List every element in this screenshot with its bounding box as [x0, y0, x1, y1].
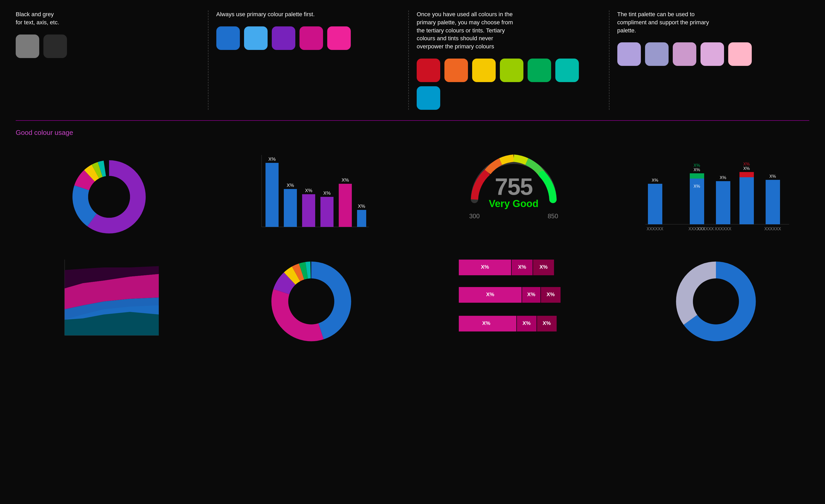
- svg-text:X%: X%: [743, 166, 750, 171]
- gauge-range: 300 850: [469, 213, 558, 220]
- stacked-bar-svg: X% X% X% X% X% X% X% X%: [456, 257, 571, 338]
- palette-group-tint-desc: The tint palette can be used to complime…: [617, 10, 717, 34]
- svg-text:X%: X%: [694, 168, 700, 172]
- svg-rect-37: [766, 180, 780, 224]
- svg-point-77: [693, 278, 739, 324]
- svg-text:X%: X%: [323, 190, 330, 196]
- svg-text:X%: X%: [269, 157, 276, 162]
- swatch-orange: [444, 59, 468, 82]
- palette-group-primary: Always use primary colour palette first.: [209, 10, 409, 110]
- svg-rect-17: [339, 184, 352, 227]
- svg-text:XXXXXX: XXXXXX: [647, 227, 663, 231]
- swatch-lavender: [617, 43, 641, 66]
- swatch-orchid: [673, 43, 696, 66]
- palette-group-tint: The tint palette can be used to complime…: [609, 10, 810, 110]
- main-page: Black and greyfor text, axis, etc. Alway…: [0, 0, 825, 504]
- swatch-purple: [272, 26, 295, 50]
- svg-text:X%: X%: [539, 264, 547, 270]
- palette-group-tertiary-desc: Once you have used all colours in the pr…: [417, 10, 516, 51]
- donut-wrap-1: [70, 158, 148, 236]
- bar-chart-wrap: X% X% X% X% X% X%: [251, 152, 371, 236]
- donut-chart-1: [16, 158, 203, 236]
- svg-text:X%: X%: [486, 291, 494, 297]
- svg-rect-15: [320, 197, 333, 227]
- swatch-magenta: [300, 26, 323, 50]
- charts-row-2: X% X% X% X% X% X% X% X%: [16, 257, 809, 346]
- gauge-label: Very Good: [489, 198, 539, 209]
- primary-swatches: [216, 26, 401, 50]
- gauge-min: 300: [469, 213, 480, 220]
- stacked-bar-chart: X% X% X% X% X% X% X% X%: [420, 257, 607, 338]
- palette-group-tertiary: Once you have used all colours in the pr…: [409, 10, 609, 110]
- svg-rect-9: [266, 163, 279, 227]
- svg-text:X%: X%: [694, 184, 700, 188]
- area-svg: [57, 257, 161, 341]
- gauge-chart: 755 Very Good 300 850: [420, 147, 607, 236]
- stacked-bar-wrap: X% X% X% X% X% X% X% X%: [456, 257, 571, 338]
- swatch-red: [417, 59, 440, 82]
- donut3-wrap: [671, 257, 760, 346]
- swatch-lightblue: [244, 26, 268, 50]
- svg-text:X%: X%: [694, 163, 700, 168]
- area-chart: [16, 257, 203, 341]
- swatch-dark: [44, 34, 67, 58]
- swatch-cyan: [417, 86, 440, 110]
- svg-text:X%: X%: [522, 320, 530, 326]
- swatch-green: [528, 59, 551, 82]
- swatch-teal: [555, 59, 579, 82]
- tertiary-swatches: [417, 59, 601, 110]
- swatch-pink: [728, 43, 752, 66]
- grouped-bar-wrap: X% XXXXXX X% X% XXXXXX X% XXXXXX X%: [640, 147, 792, 236]
- swatch-yellow: [472, 59, 496, 82]
- svg-rect-33: [740, 177, 754, 224]
- donut2-wrap: [267, 257, 356, 346]
- svg-text:X%: X%: [287, 183, 294, 188]
- svg-text:X%: X%: [527, 291, 535, 297]
- bar-svg: X% X% X% X% X% X%: [251, 152, 371, 236]
- svg-text:X%: X%: [652, 178, 658, 182]
- svg-rect-34: [740, 172, 754, 177]
- svg-rect-19: [357, 210, 366, 227]
- gauge-wrap: 755 Very Good 300 850: [464, 147, 564, 236]
- svg-text:X%: X%: [305, 188, 312, 193]
- area-chart-wrap: [57, 257, 161, 341]
- svg-point-55: [288, 278, 334, 324]
- palette-section: Black and greyfor text, axis, etc. Alway…: [16, 10, 809, 121]
- svg-text:XXXXXX: XXXXXX: [697, 227, 714, 231]
- svg-rect-13: [302, 194, 315, 227]
- svg-rect-22: [648, 184, 662, 224]
- grouped-bar-svg: X% XXXXXX X% X% XXXXXX X% XXXXXX X%: [640, 147, 792, 236]
- tint-swatches: [617, 43, 802, 66]
- svg-text:X%: X%: [542, 320, 550, 326]
- svg-point-6: [88, 176, 130, 218]
- good-colour-usage-label: Good colour usage: [16, 129, 809, 137]
- svg-text:X%: X%: [342, 177, 349, 183]
- svg-text:XXXXXX: XXXXXX: [764, 227, 781, 231]
- palette-group-grey-desc: Black and greyfor text, axis, etc.: [16, 10, 115, 27]
- swatch-lime: [500, 59, 523, 82]
- svg-text:X%: X%: [720, 175, 726, 180]
- grey-swatches: [16, 34, 200, 58]
- svg-text:X%: X%: [546, 291, 554, 297]
- svg-text:X%: X%: [358, 203, 365, 209]
- swatch-hotpink: [327, 26, 351, 50]
- svg-text:X%: X%: [769, 174, 776, 179]
- svg-rect-26: [690, 173, 704, 179]
- svg-rect-11: [284, 189, 297, 227]
- swatch-grey: [16, 34, 39, 58]
- swatch-blue: [216, 26, 240, 50]
- charts-row-1: X% X% X% X% X% X%: [16, 147, 809, 236]
- palette-group-grey: Black and greyfor text, axis, etc.: [16, 10, 209, 110]
- svg-text:X%: X%: [518, 264, 526, 270]
- bar-chart-1: X% X% X% X% X% X%: [218, 152, 405, 236]
- swatch-plum: [700, 43, 724, 66]
- donut2-svg: [267, 257, 356, 346]
- donut-chart-3: [623, 257, 810, 346]
- svg-text:X%: X%: [743, 162, 750, 166]
- svg-text:X%: X%: [481, 264, 489, 270]
- donut-chart-2: [218, 257, 405, 346]
- palette-group-primary-desc: Always use primary colour palette first.: [216, 10, 316, 18]
- svg-text:X%: X%: [482, 320, 490, 326]
- gauge-value: 755: [495, 173, 533, 200]
- donut3-svg: [671, 257, 760, 346]
